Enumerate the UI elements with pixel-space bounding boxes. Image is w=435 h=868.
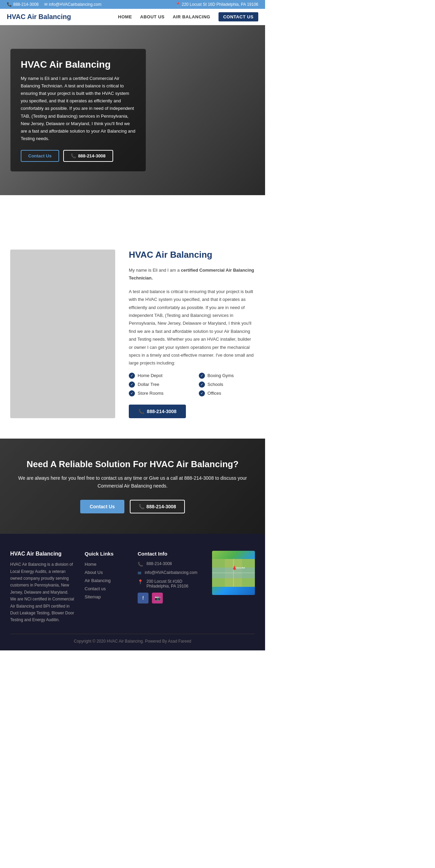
spacer <box>0 195 265 236</box>
email-icon: ✉ <box>44 2 48 7</box>
social-icons: f 📷 <box>138 593 202 603</box>
about-phone-button[interactable]: 📞 888-214-3008 <box>129 405 186 418</box>
footer-contact-address: 📍 200 Locust St #16D Philadelphia, PA 19… <box>138 579 202 589</box>
about-section: HVAC Air Balancing My name is Eli and I … <box>0 236 265 439</box>
checklist-item: ✓ Home Depot <box>129 373 185 379</box>
top-address: 📍 220 Locust St 16D Philadelphia, PA 191… <box>175 2 258 7</box>
hero-contact-button[interactable]: Contact Us <box>21 150 59 162</box>
hero-box: HVAC Air Balancing My name is Eli and I … <box>10 49 146 172</box>
check-icon: ✓ <box>199 381 205 388</box>
hero-buttons: Contact Us 📞 888-214-3008 <box>21 150 136 162</box>
checklist-label: Home Depot <box>138 373 162 378</box>
checklist-label: Schools <box>208 382 223 387</box>
nav-air-balancing[interactable]: AIR BALANCING <box>173 14 210 19</box>
hero-overlay: HVAC Air Balancing My name is Eli and I … <box>0 25 265 195</box>
nav-home[interactable]: HOME <box>118 14 132 19</box>
footer-contact-email: ✉ info@HVACairbalancing.com <box>138 570 202 576</box>
about-checklist: ✓ Home Depot ✓ Boxing Gyms ✓ Dollar Tree… <box>129 373 255 396</box>
footer-map[interactable]: Liberty Bell <box>212 551 255 595</box>
footer-about-col: HVAC Air Balancing HVAC Air Balancing is… <box>10 551 74 624</box>
location-icon: 📍 <box>175 2 180 7</box>
checklist-label: Store Rooms <box>138 391 163 396</box>
navbar-links: HOME ABOUT US AIR BALANCING CONTACT US <box>118 12 258 21</box>
copyright-text: Copyright © 2020 HVAC Air Balancing. Pow… <box>74 639 191 644</box>
footer-link-sitemap[interactable]: Sitemap <box>85 594 127 599</box>
footer-links-list: Home About Us Air Balancing Contact us S… <box>85 561 127 599</box>
checklist-item: ✓ Store Rooms <box>129 390 185 396</box>
phone-icon: 📞 <box>71 153 76 158</box>
about-body: A test and balance is critical to ensuri… <box>129 288 255 367</box>
phone-icon: 📞 <box>138 409 144 414</box>
footer-contact-col: Contact Info 📞 888-214-3008 ✉ info@HVACa… <box>138 551 202 624</box>
top-bar-left: 📞 888-214-3008 ✉ info@HVACairbalancing.c… <box>7 2 101 7</box>
hero-description: My name is Eli and I am a certified Comm… <box>21 75 136 142</box>
check-icon: ✓ <box>199 390 205 396</box>
facebook-icon[interactable]: f <box>138 593 149 603</box>
about-title: HVAC Air Balancing <box>129 250 255 260</box>
footer-map-col: Liberty Bell <box>212 551 255 624</box>
cta-buttons: Contact Us 📞 888-214-3008 <box>10 500 255 513</box>
hero-section: HVAC Air Balancing My name is Eli and I … <box>0 25 265 195</box>
check-icon: ✓ <box>129 381 135 388</box>
checklist-label: Dollar Tree <box>138 382 159 387</box>
hero-phone-button[interactable]: 📞 888-214-3008 <box>63 150 113 162</box>
footer-bottom: Copyright © 2020 HVAC Air Balancing. Pow… <box>10 634 255 644</box>
footer-link-home[interactable]: Home <box>85 561 127 567</box>
about-intro: My name is Eli and I am a certified Comm… <box>129 266 255 282</box>
cta-section: Need A Reliable Solution For HVAC Air Ba… <box>0 439 265 534</box>
top-bar: 📞 888-214-3008 ✉ info@HVACairbalancing.c… <box>0 0 265 9</box>
footer: HVAC Air Balancing HVAC Air Balancing is… <box>0 534 265 650</box>
top-bar-right: 📍 220 Locust St 16D Philadelphia, PA 191… <box>175 2 258 7</box>
footer-link-about[interactable]: About Us <box>85 569 127 575</box>
phone-icon: 📞 <box>138 562 143 567</box>
cta-description: We are always here for you feel free to … <box>10 474 255 491</box>
phone-icon: 📞 <box>7 2 12 7</box>
checklist-label: Offices <box>208 391 221 396</box>
footer-link-contact[interactable]: Contact us <box>85 586 127 591</box>
cta-phone-button[interactable]: 📞 888-214-3008 <box>130 500 185 513</box>
top-phone: 📞 888-214-3008 <box>7 2 39 7</box>
footer-contact-phone: 📞 888-214-3008 <box>138 561 202 567</box>
about-content: HVAC Air Balancing My name is Eli and I … <box>129 250 255 418</box>
check-icon: ✓ <box>129 373 135 379</box>
svg-text:Liberty Bell: Liberty Bell <box>236 567 245 569</box>
checklist-item: ✓ Dollar Tree <box>129 381 185 388</box>
location-icon: 📍 <box>138 579 143 584</box>
top-email: ✉ info@HVACairbalancing.com <box>44 2 102 7</box>
hero-title: HVAC Air Balancing <box>21 59 136 70</box>
footer-link-air[interactable]: Air Balancing <box>85 578 127 583</box>
footer-links-col: Quick Links Home About Us Air Balancing … <box>85 551 127 624</box>
check-icon: ✓ <box>129 390 135 396</box>
navbar-brand: HVAC Air Balancing <box>7 13 71 21</box>
footer-links-title: Quick Links <box>85 551 127 557</box>
checklist-label: Boxing Gyms <box>208 373 234 378</box>
phone-icon: 📞 <box>139 504 144 509</box>
navbar: HVAC Air Balancing HOME ABOUT US AIR BAL… <box>0 9 265 25</box>
checklist-item: ✓ Boxing Gyms <box>199 373 255 379</box>
checklist-item: ✓ Offices <box>199 390 255 396</box>
instagram-icon[interactable]: 📷 <box>152 593 163 603</box>
email-icon: ✉ <box>138 571 141 576</box>
nav-contact[interactable]: CONTACT US <box>219 12 258 21</box>
check-icon: ✓ <box>199 373 205 379</box>
cta-inner: Need A Reliable Solution For HVAC Air Ba… <box>10 459 255 514</box>
footer-brand: HVAC Air Balancing <box>10 551 74 557</box>
footer-grid: HVAC Air Balancing HVAC Air Balancing is… <box>10 551 255 624</box>
checklist-item: ✓ Schools <box>199 381 255 388</box>
footer-contact-title: Contact Info <box>138 551 202 557</box>
nav-about[interactable]: ABOUT US <box>140 14 164 19</box>
cta-title: Need A Reliable Solution For HVAC Air Ba… <box>10 459 255 470</box>
about-image <box>10 250 115 418</box>
footer-about-text: HVAC Air Balancing is a division of Loca… <box>10 561 74 624</box>
cta-contact-button[interactable]: Contact Us <box>80 500 124 513</box>
